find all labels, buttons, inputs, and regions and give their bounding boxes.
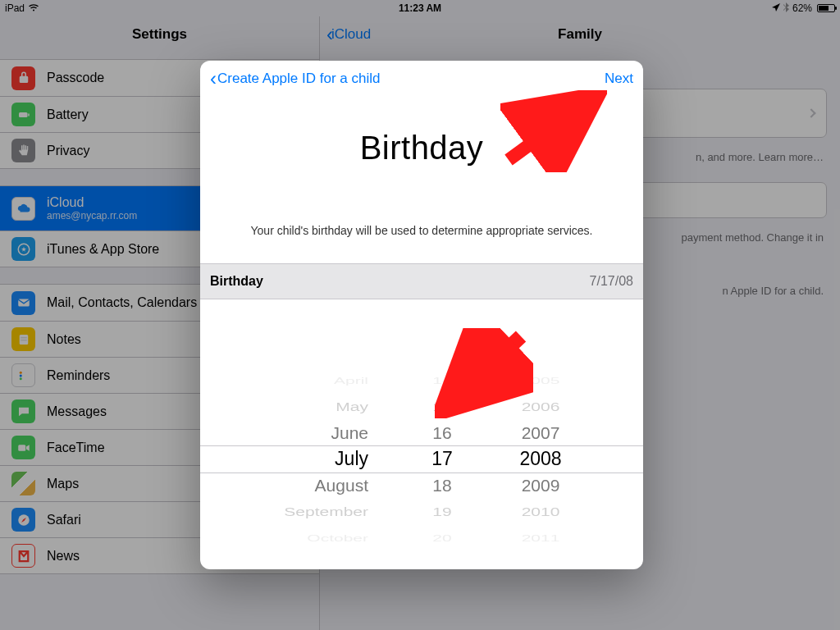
modal-back-button[interactable]: ‹ Create Apple ID for a child [210, 67, 380, 90]
field-value: 7/17/08 [590, 274, 633, 289]
date-picker[interactable]: April May June July August September Oct… [200, 349, 643, 569]
modal-nav: ‹ Create Apple ID for a child Next [200, 61, 643, 97]
next-button[interactable]: Next [605, 71, 633, 87]
modal-description: Your child's birthday will be used to de… [225, 224, 619, 237]
modal-heading: Birthday [225, 130, 619, 167]
month-wheel[interactable]: April May June July August September Oct… [270, 349, 377, 569]
chevron-left-icon: ‹ [210, 67, 217, 90]
year-wheel[interactable]: 2005 2006 2007 2008 2009 2010 2011 [508, 349, 573, 569]
create-child-id-modal: ‹ Create Apple ID for a child Next Birth… [200, 61, 643, 569]
day-wheel[interactable]: 14 15 16 17 18 19 20 [409, 349, 475, 569]
birthday-field[interactable]: Birthday 7/17/08 [200, 263, 643, 299]
field-label: Birthday [210, 274, 263, 289]
